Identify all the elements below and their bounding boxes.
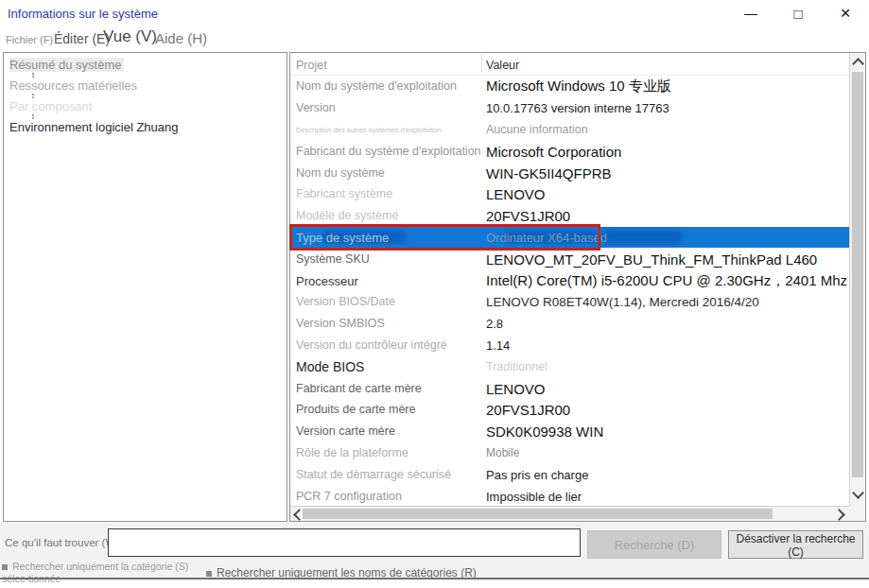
tree-connector-dots [32, 94, 34, 98]
table-row[interactable]: Version carte mèreSDK0K09938 WIN [290, 421, 849, 442]
row-label: Version du contrôleur intégré [296, 338, 447, 352]
sidebar-list: Résumé du systèmeRessources matériellesP… [4, 53, 287, 134]
close-icon[interactable]: × [835, 2, 856, 25]
row-label: Modèle de système [296, 209, 398, 222]
scrollbar-corner [849, 506, 865, 521]
table-rows: Nom du système d'exploitationMicrosoft W… [290, 76, 849, 506]
row-value: Mobile [486, 446, 519, 459]
row-value: Pas pris en charge [486, 467, 588, 481]
row-value: LENOVO_MT_20FV_BU_Think_FM_ThinkPad L460 [486, 251, 817, 267]
sidebar-item[interactable]: Par composant [4, 99, 287, 113]
menu-item-aide[interactable]: Aide (H) [155, 30, 207, 46]
system-summary-table: Projet Valeur Nom du système d'exploitat… [290, 53, 849, 506]
checkbox-icon [206, 571, 212, 577]
table-row[interactable]: Version du contrôleur intégré1.14 [290, 335, 849, 356]
row-value: Intel(R) Core(TM) i5-6200U CPU @ 2.30GHz… [486, 271, 849, 289]
column-divider[interactable] [481, 55, 482, 73]
chevron-up-icon [852, 58, 864, 70]
disable-search-button[interactable]: Désactiver la recherche (C) [728, 530, 863, 559]
title-bar: Informations sur le système — □ × [0, 0, 869, 26]
table-row[interactable]: Modèle de système20FVS1JR00 [290, 205, 849, 227]
row-label: Fabricant système [296, 187, 392, 200]
table-row[interactable]: Fabricant systèmeLENOVO [290, 183, 849, 205]
checkbox-selected-category-label: Rechercher uniquement la catégorie (S) s… [2, 561, 188, 584]
search-button[interactable]: Recherche (D) [587, 530, 721, 559]
table-row-selected[interactable]: Type de systèmeOrdinateur X64-based [290, 227, 849, 249]
row-label: Mode BIOS [296, 359, 364, 374]
search-label: Ce qu'il faut trouver (W): [5, 537, 122, 548]
row-label: Version SMBIOS [296, 317, 385, 330]
row-value: WIN-GK5II4QFPRB [486, 164, 612, 181]
row-label: Nom du système d'exploitation [296, 79, 457, 93]
category-tree-panel: Résumé du systèmeRessources matériellesP… [3, 52, 287, 522]
horizontal-scrollbar-thumb[interactable] [303, 509, 773, 519]
row-label: PCR 7 configuration [296, 490, 402, 503]
search-input[interactable] [108, 528, 581, 557]
menu-item-editer[interactable]: Éditer (E) [54, 31, 110, 46]
scroll-right-button[interactable] [834, 507, 849, 522]
menu-item-vue[interactable]: Vue (V) [103, 27, 157, 46]
checkbox-selected-category[interactable]: Rechercher uniquement la catégorie (S) s… [2, 561, 217, 585]
row-label: Nom du système [296, 166, 385, 180]
row-value: LENOVO [486, 380, 546, 396]
tree-connector-dots [32, 73, 34, 78]
table-row[interactable]: Version BIOS/DateLENOVO R08ET40W(1.14), … [290, 291, 849, 313]
row-value: 20FVS1JR00 [486, 208, 570, 224]
row-value: 1.14 [486, 337, 510, 352]
row-value: Microsoft Windows 10 专业版 [486, 78, 671, 95]
column-header-valeur[interactable]: Valeur [486, 59, 519, 72]
table-row[interactable]: ProcesseurIntel(R) Core(TM) i5-6200U CPU… [290, 269, 849, 291]
maximize-icon[interactable]: □ [788, 2, 808, 25]
tree-connector-dots [32, 114, 34, 119]
table-row[interactable]: Version SMBIOS2.8 [290, 313, 849, 335]
vertical-scrollbar-thumb[interactable] [852, 72, 863, 477]
chevron-right-icon [833, 509, 845, 521]
row-label: Version [296, 101, 336, 114]
table-row[interactable]: Nom du systèmeWIN-GK5II4QFPRB [290, 162, 849, 183]
row-value: LENOVO [486, 186, 546, 202]
row-value: LENOVO R08ET40W(1.14), Mercredi 2016/4/2… [486, 295, 759, 309]
scroll-down-button[interactable] [850, 487, 866, 506]
column-header-projet[interactable]: Projet [296, 59, 327, 72]
menu-item-fichier[interactable]: Fichier (F) [6, 34, 53, 45]
table-row[interactable]: Produits de carte mère20FVS1JR00 [290, 399, 849, 421]
table-row[interactable]: PCR 7 configurationImpossible de lier [290, 485, 849, 506]
sidebar-item[interactable]: Résumé du système [4, 58, 287, 72]
row-label: Description des autres systèmes d'exploi… [296, 125, 442, 133]
table-row[interactable]: Mode BIOSTraditionnel [290, 355, 849, 377]
table-row[interactable]: Version10.0.17763 version interne 17763 [290, 97, 849, 119]
row-value: Microsoft Corporation [486, 143, 621, 159]
row-label: Fabricant du système d'exploitation [296, 145, 481, 158]
table-row[interactable]: Statut de démarrage sécuriséPas pris en … [290, 463, 849, 485]
row-label: Version carte mère [296, 424, 395, 438]
row-label: Rôle de la plateforme [296, 446, 408, 459]
minimize-icon[interactable]: — [740, 2, 761, 25]
chevron-down-icon [852, 487, 864, 499]
table-row[interactable]: Rôle de la plateformeMobile [290, 442, 849, 464]
bottom-divider [0, 578, 869, 579]
row-label: Système SKU [296, 252, 370, 266]
row-label: Statut de démarrage sécurisé [296, 468, 451, 481]
row-value: SDK0K09938 WIN [486, 424, 603, 440]
scroll-up-button[interactable] [850, 53, 866, 68]
row-label: Processeur [296, 273, 358, 287]
checkbox-icon [2, 564, 8, 570]
row-value: 20FVS1JR00 [486, 402, 570, 418]
sidebar-item[interactable]: Ressources matérielles [4, 78, 287, 93]
horizontal-scrollbar[interactable] [290, 506, 849, 521]
table-row[interactable]: Fabricant de carte mèreLENOVO [290, 377, 849, 399]
window-title: Informations sur le système [8, 7, 158, 21]
system-details-panel: Projet Valeur Nom du système d'exploitat… [289, 52, 866, 522]
row-value: 2.8 [486, 317, 503, 331]
row-label: Version BIOS/Date [296, 295, 395, 308]
row-label: Fabricant de carte mère [296, 382, 422, 395]
row-value: Traditionnel [486, 360, 547, 373]
table-row[interactable]: Nom du système d'exploitationMicrosoft W… [290, 76, 849, 97]
row-value: 10.0.17763 version interne 17763 [486, 101, 669, 115]
redaction-smudge [602, 231, 683, 244]
table-row[interactable]: Description des autres systèmes d'exploi… [290, 119, 849, 141]
vertical-scrollbar[interactable] [849, 53, 865, 506]
sidebar-item[interactable]: Environnement logiciel Zhuang [4, 120, 287, 134]
table-row[interactable]: Fabricant du système d'exploitationMicro… [290, 140, 849, 162]
table-row[interactable]: Système SKULENOVO_MT_20FV_BU_Think_FM_Th… [290, 248, 849, 269]
